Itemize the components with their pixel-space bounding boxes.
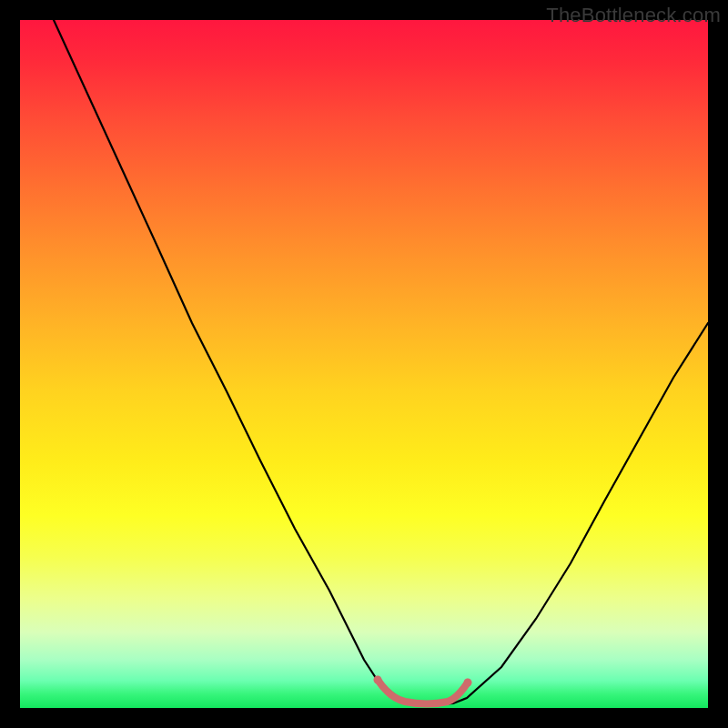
- plot-area: [20, 20, 708, 708]
- highlight-endpoint-left: [374, 676, 382, 684]
- main-curve: [54, 20, 708, 704]
- curve-layer: [20, 20, 708, 708]
- watermark-text: TheBottleneck.com: [546, 4, 721, 27]
- highlight-endpoint-right: [464, 679, 472, 687]
- chart-frame: TheBottleneck.com: [0, 0, 728, 728]
- flat-highlight: [378, 680, 468, 703]
